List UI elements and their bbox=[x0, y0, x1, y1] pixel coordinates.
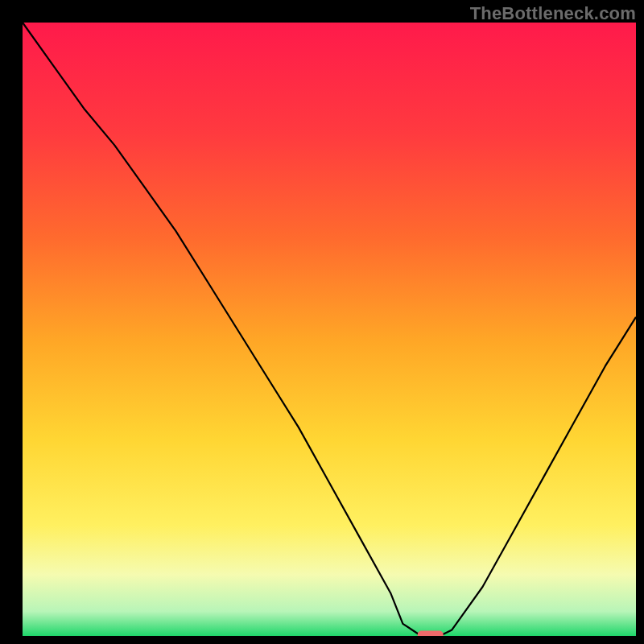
chart-frame: TheBottleneck.com bbox=[0, 0, 644, 644]
watermark-label: TheBottleneck.com bbox=[470, 3, 636, 24]
border-left bbox=[0, 0, 23, 644]
gradient-background bbox=[23, 23, 636, 636]
bottleneck-curve-chart bbox=[0, 0, 644, 644]
border-bottom bbox=[0, 636, 644, 644]
border-right bbox=[636, 0, 644, 644]
